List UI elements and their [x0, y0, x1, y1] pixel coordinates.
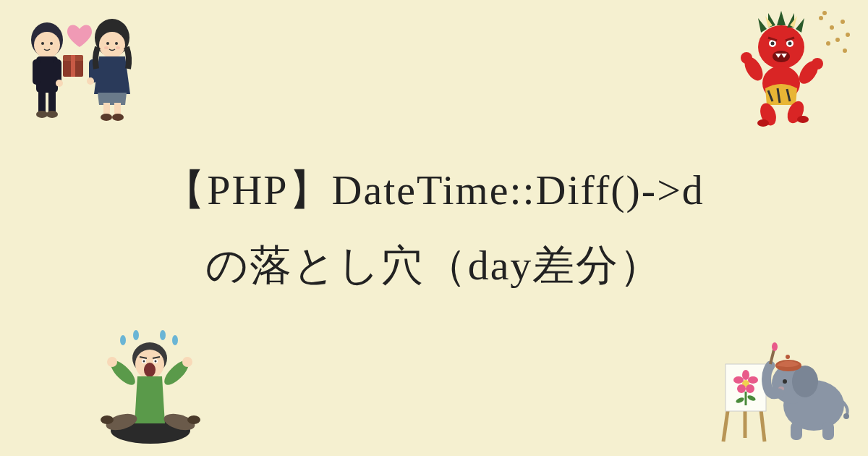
- svg-point-61: [144, 363, 156, 377]
- svg-point-19: [104, 46, 109, 49]
- svg-point-51: [133, 330, 139, 340]
- svg-point-48: [757, 119, 769, 127]
- svg-point-76: [733, 376, 744, 384]
- svg-point-49: [797, 116, 809, 123]
- svg-point-65: [182, 357, 192, 367]
- svg-point-79: [746, 384, 754, 393]
- svg-point-30: [835, 38, 840, 42]
- svg-point-52: [160, 330, 166, 340]
- illustration-falling-hole: [87, 329, 213, 449]
- svg-point-18: [115, 42, 118, 45]
- svg-rect-92: [791, 422, 802, 440]
- svg-point-60: [155, 360, 157, 363]
- svg-point-94: [843, 413, 849, 419]
- svg-point-26: [112, 114, 124, 121]
- svg-point-77: [748, 376, 758, 384]
- svg-point-50: [120, 335, 126, 345]
- svg-point-63: [107, 357, 117, 367]
- svg-point-22: [87, 77, 94, 85]
- svg-point-85: [792, 366, 818, 397]
- svg-point-16: [99, 32, 125, 58]
- svg-point-53: [172, 335, 178, 345]
- svg-point-45: [812, 58, 823, 69]
- svg-point-1: [34, 32, 60, 58]
- svg-rect-8: [38, 90, 46, 112]
- svg-point-27: [819, 16, 823, 20]
- title-container: 【PHP】DateTime::Diff()->d の落とし穴（day差分）: [0, 153, 868, 304]
- svg-point-2: [41, 42, 44, 45]
- svg-point-10: [36, 111, 48, 118]
- svg-point-58: [143, 360, 145, 363]
- svg-point-75: [742, 370, 749, 380]
- svg-point-87: [786, 355, 790, 359]
- svg-point-25: [101, 114, 112, 121]
- illustration-couple-gift: [11, 7, 148, 123]
- svg-rect-93: [822, 422, 834, 440]
- svg-rect-14: [71, 55, 75, 77]
- title-line-1: 【PHP】DateTime::Diff()->d: [0, 153, 868, 228]
- svg-point-78: [737, 384, 746, 393]
- svg-line-90: [770, 350, 774, 364]
- svg-point-69: [187, 415, 200, 424]
- svg-point-34: [822, 11, 827, 15]
- svg-point-29: [841, 20, 845, 24]
- illustration-elephant-painting: [712, 329, 857, 445]
- svg-point-88: [783, 379, 787, 384]
- svg-point-37: [771, 42, 775, 46]
- svg-point-68: [101, 415, 114, 424]
- title-line-2: の落とし穴（day差分）: [0, 228, 868, 303]
- svg-point-43: [741, 52, 752, 64]
- svg-point-11: [46, 111, 58, 118]
- svg-point-20: [116, 46, 120, 49]
- svg-point-91: [772, 342, 778, 351]
- svg-point-7: [56, 80, 63, 87]
- svg-point-32: [826, 41, 830, 46]
- svg-point-17: [106, 42, 109, 45]
- svg-point-3: [50, 42, 53, 45]
- svg-rect-9: [48, 90, 56, 112]
- illustration-oni-demon: [723, 7, 857, 130]
- svg-point-28: [830, 25, 834, 30]
- svg-point-40: [773, 51, 790, 62]
- svg-rect-5: [33, 59, 41, 85]
- svg-point-31: [846, 33, 850, 37]
- svg-point-39: [788, 42, 792, 46]
- svg-point-33: [843, 48, 847, 53]
